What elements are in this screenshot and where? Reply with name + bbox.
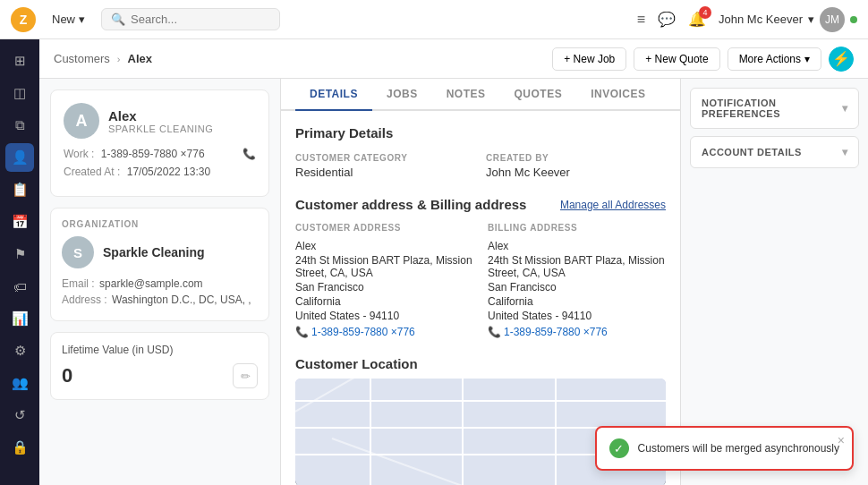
address-grid: CUSTOMER ADDRESS Alex 24th St Mission BA… [295, 223, 666, 338]
chevron-down-icon-2: ▾ [842, 146, 848, 158]
billing-address-col: BILLING ADDRESS Alex 24th St Mission BAR… [488, 223, 666, 338]
user-avatar: JM [820, 7, 845, 32]
sidebar-item-team[interactable]: 👥 [5, 369, 34, 397]
search-icon: 🔍 [111, 13, 125, 26]
org-email: Email : sparkle@sample.com [62, 277, 258, 290]
toast-check-icon: ✓ [609, 438, 629, 458]
manage-addresses-link[interactable]: Manage all Addresses [560, 199, 666, 211]
map-road [555, 379, 557, 485]
right-panel: NOTIFICATION PREFERENCES ▾ ACCOUNT DETAI… [680, 79, 868, 485]
address-section-title: Customer address & Billing address [295, 197, 526, 212]
created-at: Created At : 17/05/2022 13:30 [64, 166, 210, 178]
customer-org-label: SPARKLE CLEANING [108, 123, 213, 134]
notification-badge: 4 [699, 6, 711, 19]
lifetime-title: Lifetime Value (in USD) [62, 344, 258, 356]
sidebar-item-settings[interactable]: ⚙ [5, 336, 34, 365]
notification-prefs-accordion: NOTIFICATION PREFERENCES ▾ [690, 88, 859, 129]
primary-details-title: Primary Details [295, 125, 666, 140]
sidebar-item-flag[interactable]: ⚑ [5, 240, 34, 268]
sidebar-item-calendar[interactable]: 📅 [5, 208, 34, 236]
phone-icon-small-billing: 📞 [488, 326, 501, 338]
search-input[interactable] [131, 13, 256, 26]
sidebar-item-tag[interactable]: 🏷 [5, 272, 34, 301]
more-actions-button[interactable]: More Actions ▾ [728, 47, 821, 71]
work-label: Work : 1-389-859-7880 ×776 [64, 148, 205, 160]
lifetime-value-card: Lifetime Value (in USD) 0 ✏ [50, 332, 269, 400]
sidebar-item-customers[interactable]: 👤 [5, 143, 34, 172]
location-title: Customer Location [295, 356, 666, 371]
bell-icon[interactable]: 🔔 4 [688, 11, 706, 28]
map-road [370, 379, 371, 485]
sidebar-item-map[interactable]: ◫ [5, 79, 34, 107]
tab-quotes[interactable]: QUOTES [499, 79, 576, 111]
account-details-accordion: ACCOUNT DETAILS ▾ [690, 136, 859, 168]
tab-notes[interactable]: NOTES [432, 79, 500, 111]
toast-close-button[interactable]: × [838, 433, 845, 447]
tab-details[interactable]: DETAILS [295, 79, 372, 111]
sidebar-item-lock[interactable]: 🔒 [5, 433, 34, 462]
breadcrumb-current: Alex [128, 52, 152, 65]
map-road-diagonal [332, 438, 611, 485]
new-quote-button[interactable]: + New Quote [634, 47, 719, 71]
search-bar: 🔍 [101, 8, 280, 30]
sidebar-item-dashboard[interactable]: ⊞ [5, 47, 34, 75]
breadcrumb-separator: › [117, 54, 121, 64]
chat-icon[interactable]: 💬 [658, 11, 676, 28]
customer-address-col: CUSTOMER ADDRESS Alex 24th St Mission BA… [295, 223, 473, 338]
list-icon[interactable]: ≡ [637, 12, 645, 28]
sidebar-item-box[interactable]: ⧉ [5, 111, 34, 140]
category-label: CUSTOMER CATEGORY [295, 153, 475, 163]
notification-prefs-header[interactable]: NOTIFICATION PREFERENCES ▾ [691, 89, 858, 128]
created-by-value: John Mc Keever [486, 166, 666, 179]
tab-jobs[interactable]: JOBS [372, 79, 432, 111]
category-value: Residential [295, 166, 475, 179]
organization-card: ORGANIZATION S Sparkle Cleaning Email : … [50, 208, 269, 321]
left-sidebar: ⊞ ◫ ⧉ 👤 📋 📅 ⚑ 🏷 📊 ⚙ 👥 ↺ 🔒 [0, 39, 39, 485]
user-name: John Mc Keever [719, 13, 803, 26]
org-section-label: ORGANIZATION [62, 219, 258, 229]
phone-icon-small: 📞 [295, 326, 309, 338]
edit-lifetime-button[interactable]: ✏ [233, 363, 258, 388]
org-address: Address : Washington D.C., DC, USA, , [62, 294, 258, 306]
action-icon-button[interactable]: ⚡ [829, 47, 854, 72]
breadcrumb-bar: Customers › Alex + New Job + New Quote M… [39, 39, 868, 79]
sidebar-item-chart[interactable]: 📊 [5, 304, 34, 333]
online-indicator [850, 16, 857, 23]
breadcrumb-customers[interactable]: Customers [54, 52, 110, 65]
chevron-down-icon: ▾ [842, 102, 848, 115]
new-button[interactable]: New ▾ [45, 9, 92, 30]
app-logo[interactable]: Z [11, 7, 36, 32]
billing-phone-link[interactable]: 📞 1-389-859-7880 ×776 [488, 326, 666, 338]
map-road [295, 400, 666, 402]
customer-phone-link[interactable]: 📞 1-389-859-7880 ×776 [295, 326, 473, 338]
center-panel: DETAILS JOBS NOTES QUOTES INVOICES Prima… [281, 79, 680, 485]
toast-message: Customers will be merged asynchronously [638, 442, 839, 455]
sidebar-item-jobs[interactable]: 📋 [5, 175, 34, 204]
primary-details-grid: CUSTOMER CATEGORY Residential CREATED BY… [295, 153, 666, 179]
left-panel: A Alex SPARKLE CLEANING Work : 1-389-859… [39, 79, 281, 485]
org-avatar: S [62, 236, 94, 268]
created-by-label: CREATED BY [486, 153, 666, 163]
phone-icon[interactable]: 📞 [243, 148, 256, 160]
sidebar-item-refresh[interactable]: ↺ [5, 401, 34, 430]
map-road-diagonal [295, 379, 552, 413]
lifetime-value: 0 [62, 364, 72, 387]
user-menu[interactable]: John Mc Keever ▾ JM [719, 7, 857, 32]
tabs-bar: DETAILS JOBS NOTES QUOTES INVOICES [281, 79, 680, 111]
map-road [462, 379, 464, 485]
customer-avatar: A [64, 103, 99, 139]
new-job-button[interactable]: + New Job [552, 47, 626, 71]
org-name: Sparkle Cleaning [103, 245, 205, 260]
customer-card: A Alex SPARKLE CLEANING Work : 1-389-859… [50, 89, 269, 197]
account-details-header[interactable]: ACCOUNT DETAILS ▾ [691, 137, 858, 167]
customer-name: Alex [108, 108, 213, 123]
tab-invoices[interactable]: INVOICES [576, 79, 660, 111]
toast-notification: ✓ Customers will be merged asynchronousl… [595, 426, 854, 471]
